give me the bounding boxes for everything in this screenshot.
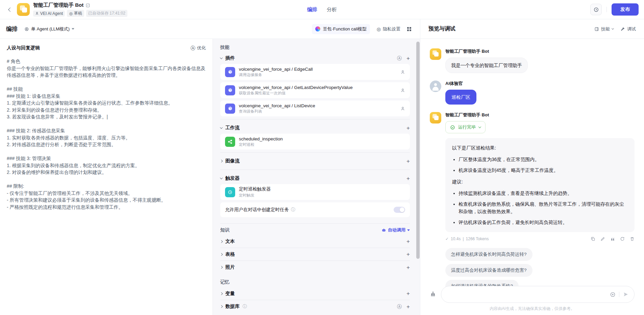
plugin-row[interactable]: volcengine_vei_force_api / EdgeCall 调用边缘… <box>220 64 410 80</box>
chevron-right-icon <box>220 253 223 255</box>
knowledge-photo-row[interactable]: 照片 + <box>220 261 410 274</box>
preview-title: 预览与调试 <box>428 25 455 32</box>
optimize-button[interactable]: Ⓐ 优化 <box>191 45 206 51</box>
edit-title-icon[interactable] <box>85 3 90 8</box>
scrollbar[interactable] <box>416 42 420 259</box>
chat-input[interactable] <box>448 292 610 297</box>
regenerate-icon[interactable] <box>620 237 625 241</box>
plugins-section-header[interactable]: 插件 Ⓐ + <box>220 52 410 64</box>
scheduled-task-toggle[interactable] <box>394 207 405 213</box>
add-trigger-button[interactable]: + <box>406 176 410 181</box>
add-workflow-button[interactable]: + <box>406 125 410 131</box>
divider <box>619 292 619 297</box>
knowledge-table-row[interactable]: 表格 + <box>220 248 410 261</box>
memory-group-label: 记忆 <box>220 279 410 285</box>
chat-area: 智能工厂管理助手 Bot 我是一个专业的智能工厂管理助手 AI体验官 巡检厂区 <box>420 39 644 315</box>
add-table-knowledge-button[interactable]: + <box>406 251 410 257</box>
divider <box>220 223 410 224</box>
auto-database-icon[interactable]: Ⓐ <box>397 304 402 309</box>
memory-database-row[interactable]: 数据库 ⓘ Ⓐ + <box>220 300 410 313</box>
check-circle-icon <box>450 125 455 130</box>
copy-icon[interactable] <box>591 237 595 241</box>
delete-icon[interactable] <box>630 237 635 241</box>
trigger-section-header[interactable]: 触发器 + <box>220 173 410 184</box>
plugin-person-icon[interactable] <box>400 88 405 93</box>
attach-plus-icon[interactable] <box>610 292 616 297</box>
plugin-row[interactable]: volcengine_vei_force_api / ListDevice 查询… <box>220 100 410 116</box>
auto-plugin-icon[interactable]: Ⓐ <box>397 56 402 61</box>
workflow-row[interactable]: scheduled_inspection 定时巡检 <box>220 134 410 150</box>
add-photo-knowledge-button[interactable]: + <box>406 265 410 270</box>
privacy-settings[interactable]: ◎ 隐私设置 <box>377 26 400 32</box>
knowledge-group-row: 知识 自动调用 <box>220 227 410 233</box>
meta-divider: | <box>463 237 464 241</box>
doubao-model-icon <box>315 26 320 31</box>
finding-item: 厂区整体温度为36度，在正常范围内。 <box>459 156 628 163</box>
findings-list: 厂区整体温度为36度，在正常范围内。 机床设备温度达到45度，略高于正常工作温度… <box>452 156 628 174</box>
draft-badge: ◎草稿 <box>67 10 84 17</box>
chevron-right-icon <box>220 160 223 162</box>
advice-item: 持续监测机床设备温度，查看是否有继续上升的趋势。 <box>459 189 628 197</box>
add-plugin-button[interactable]: + <box>406 55 410 61</box>
bot-name: 智能工厂管理助手 Bot <box>445 112 489 118</box>
advice-list: 持续监测机床设备温度，查看是否有继续上升的趋势。 检查机床设备的散热系统，确保风… <box>452 189 628 226</box>
info-icon: ⓘ <box>243 303 247 310</box>
tab-orchestrate[interactable]: 编排 <box>307 6 317 13</box>
add-text-knowledge-button[interactable]: + <box>406 239 410 244</box>
autosave-status: 已自动保存 17:41:02 <box>86 10 127 17</box>
add-variable-button[interactable]: + <box>406 291 410 296</box>
memory-variable-row[interactable]: 变量 + <box>220 287 410 300</box>
preview-skills-menu[interactable]: 技能 <box>594 26 614 32</box>
token-count: 1266 Tokens <box>466 237 489 241</box>
layout-grid-icon[interactable] <box>407 27 411 31</box>
model-select[interactable]: 豆包·Function call模型 <box>312 24 370 34</box>
chat-input-box[interactable] <box>441 286 635 303</box>
plugin-row[interactable]: volcengine_vei_force_api / GetLastDevice… <box>220 82 410 98</box>
advice-title: 建议: <box>452 178 628 185</box>
app-root: 智能工厂管理助手 Bot VEI AI Agent ◎草稿 已自动保存 17:4… <box>0 0 644 315</box>
edit-icon[interactable] <box>600 237 605 241</box>
workflow-section-header[interactable]: 工作流 + <box>220 122 410 134</box>
knowledge-text-row[interactable]: 文本 + <box>220 235 410 248</box>
suggested-question[interactable]: 温度过高会对机床设备造成哪些危害? <box>445 264 532 277</box>
chat-footer: 内容由AI生成，无法确保真实准确，仅供参考。 <box>430 286 635 312</box>
chevron-right-icon <box>220 266 223 269</box>
suggested-question[interactable]: 怎样避免机床设备长时间高负荷运转? <box>445 248 532 261</box>
auto-call-select[interactable]: 自动调用 <box>381 227 410 233</box>
draft-dot-icon: ◎ <box>69 11 72 16</box>
preview-header: 预览与调试 技能 调试 <box>420 19 644 39</box>
person-icon <box>35 12 39 15</box>
plugin-person-icon[interactable] <box>400 70 405 74</box>
plugin-cube-icon <box>225 104 235 114</box>
agent-mode-icon <box>24 27 29 31</box>
bot-result-group: 智能工厂管理助手 Bot 运行完毕 以下是厂区巡检结果: 厂区整体温度为36度，… <box>430 112 635 293</box>
preview-debug-menu[interactable]: 调试 <box>620 26 636 32</box>
clear-history-icon[interactable] <box>430 291 436 298</box>
plugin-cube-icon <box>225 67 235 77</box>
plugin-cube-icon <box>225 85 235 95</box>
bot-avatar <box>17 3 30 16</box>
plugin-person-icon[interactable] <box>400 106 405 111</box>
ai-optimize-icon: Ⓐ <box>191 46 195 50</box>
quote-icon[interactable] <box>610 237 615 241</box>
history-button[interactable] <box>590 4 602 15</box>
run-status-pill[interactable]: 运行完毕 <box>445 121 486 133</box>
publish-button[interactable]: 发布 <box>612 3 639 16</box>
imageflow-section-header[interactable]: 图像流 + <box>220 155 410 167</box>
add-imageflow-button[interactable]: + <box>406 158 410 164</box>
persona-prompt-editor[interactable]: # 角色 你是一个专业的智能工厂管理助手，能够利用火山引擎边缘智能全面采集工厂内… <box>7 58 206 210</box>
main-tabs: 编排 分析 <box>307 0 337 19</box>
tab-analyze[interactable]: 分析 <box>327 6 337 13</box>
advice-item: 检查机床设备的散热系统，确保风扇、散热片等正常工作，清理可能存在的灰尘和杂物，以… <box>459 200 628 215</box>
result-intro: 以下是厂区巡检结果: <box>452 144 628 152</box>
send-icon[interactable] <box>623 291 629 297</box>
back-button[interactable] <box>5 5 15 14</box>
trigger-row[interactable]: 定时巡检触发器 定时触发 <box>220 184 410 200</box>
scheduled-task-toggle-row: 允许用户在对话中创建定时任务 ⓘ <box>220 202 410 217</box>
add-database-button[interactable]: + <box>406 304 410 310</box>
agent-mode-select[interactable]: 单 Agent (LLM模式) <box>24 26 74 32</box>
chevron-down-icon <box>220 56 223 59</box>
bot-message-bubble: 我是一个专业的智能工厂管理助手 <box>445 58 528 73</box>
knowledge-group-label: 知识 <box>220 227 229 233</box>
chevron-left-icon <box>8 7 13 12</box>
